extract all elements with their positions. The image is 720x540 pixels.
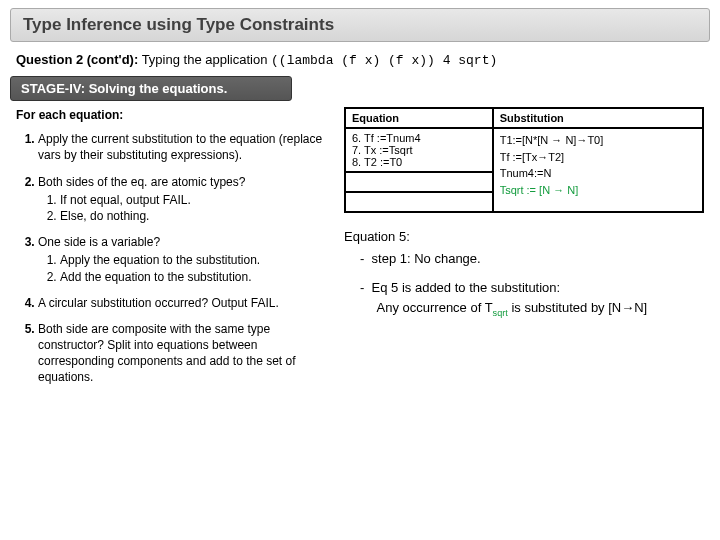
step-5-text: Both side are composite with the same ty… (38, 322, 296, 385)
notes-bullet-2: - Eq 5 is added to the substitution: Any… (360, 278, 704, 320)
title-bar: Type Inference using Type Constraints (10, 8, 710, 42)
question-text: Typing the application (142, 52, 268, 67)
step-3-2: Add the equation to the substitution. (60, 269, 326, 285)
table-header-row: Equation Substitution (345, 108, 703, 128)
for-each-equation: For each equation: (16, 107, 326, 123)
question-label: Question 2 (cont'd): (16, 52, 138, 67)
col-equation: Equation (345, 108, 493, 128)
equation-table: Equation Substitution 6. Tf :=Tnum4 7. T… (344, 107, 704, 213)
right-column: Equation Substitution 6. Tf :=Tnum4 7. T… (344, 107, 704, 396)
step-4-text: A circular substitution occurred? Output… (38, 296, 279, 310)
step-4: A circular substitution occurred? Output… (38, 295, 326, 311)
step-2-1: If not equal, output FAIL. (60, 192, 326, 208)
eq-line-8: 8. T2 :=T0 (352, 156, 486, 168)
notes-b2b-pre: Any occurrence of T (377, 300, 493, 315)
notes-b1-text: step 1: No change. (372, 251, 481, 266)
algorithm-column: For each equation: Apply the current sub… (16, 107, 326, 396)
question-line: Question 2 (cont'd): Typing the applicat… (16, 52, 704, 68)
eq-line-7: 7. Tx :=Tsqrt (352, 144, 486, 156)
sub-line-4: Tsqrt := [N → N] (500, 182, 696, 199)
step-list: Apply the current substitution to the eq… (16, 131, 326, 385)
step-1: Apply the current substitution to the eq… (38, 131, 326, 163)
sub-line-3: Tnum4:=N (500, 165, 696, 182)
eq-line-6: 6. Tf :=Tnum4 (352, 132, 486, 144)
notes-bullet-1: - step 1: No change. (360, 249, 704, 269)
notes-b2b-post: is substituted by [N→N] (508, 300, 647, 315)
col-substitution: Substitution (493, 108, 703, 128)
step-3-1: Apply the equation to the substitution. (60, 252, 326, 268)
step-3: One side is a variable? Apply the equati… (38, 234, 326, 285)
step-5: Both side are composite with the same ty… (38, 321, 326, 386)
step-3-text: One side is a variable? (38, 235, 160, 249)
question-code: ((lambda (f x) (f x)) 4 sqrt) (271, 53, 497, 68)
notes: Equation 5: - step 1: No change. - Eq 5 … (344, 227, 704, 320)
stage-bar: STAGE-IV: Solving the equations. (10, 76, 292, 101)
body: For each equation: Apply the current sub… (16, 107, 704, 396)
step-2-2: Else, do nothing. (60, 208, 326, 224)
substitution-cell: T1:=[N*[N → N]→T0] Tf :=[Tx→T2] Tnum4:=N… (493, 128, 703, 212)
table-row: 6. Tf :=Tnum4 7. Tx :=Tsqrt 8. T2 :=T0 T… (345, 128, 703, 172)
notes-header: Equation 5: (344, 227, 704, 247)
sub-line-2: Tf :=[Tx→T2] (500, 149, 696, 166)
equation-cell: 6. Tf :=Tnum4 7. Tx :=Tsqrt 8. T2 :=T0 (345, 128, 493, 172)
sub-line-1: T1:=[N*[N → N]→T0] (500, 132, 696, 149)
notes-b2b-sub: sqrt (493, 307, 508, 317)
notes-b2a-text: Eq 5 is added to the substitution: (372, 280, 561, 295)
empty-cell (345, 192, 493, 212)
step-1-text: Apply the current substitution to the eq… (38, 132, 322, 162)
step-2: Both sides of the eq. are atomic types? … (38, 174, 326, 225)
step-2-text: Both sides of the eq. are atomic types? (38, 175, 245, 189)
empty-cell (345, 172, 493, 192)
slide: Type Inference using Type Constraints Qu… (0, 8, 720, 540)
